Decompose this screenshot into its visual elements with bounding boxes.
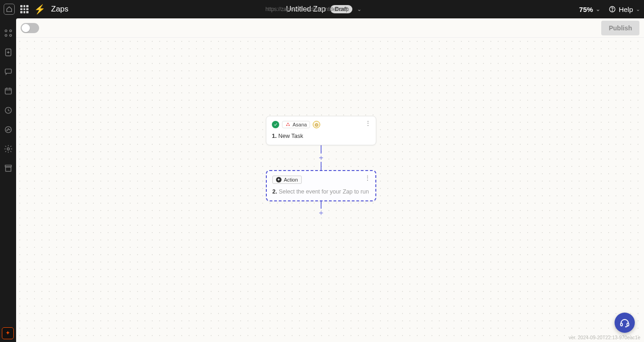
trigger-instant-badge: ⊙	[313, 121, 320, 128]
trigger-app-name: Asana	[293, 122, 307, 127]
svg-rect-12	[5, 165, 11, 166]
topbar-right: 75% ⌄ Help ⌄	[579, 6, 640, 13]
zoom-value: 75%	[579, 6, 593, 13]
add-step-button-1[interactable]: ＋	[317, 154, 325, 162]
svg-point-3	[9, 30, 11, 32]
rail-comment-icon[interactable]	[4, 67, 13, 76]
bolt-icon: ⚡	[34, 5, 46, 14]
svg-point-11	[7, 148, 9, 150]
zoom-control[interactable]: 75% ⌄	[579, 6, 600, 13]
trigger-app-chip[interactable]: Asana	[282, 121, 310, 128]
rail-archive-icon[interactable]	[4, 164, 13, 173]
action-node[interactable]: ✦ Action ⋮ 2. Select the event for your …	[266, 170, 376, 201]
svg-point-10	[5, 126, 11, 132]
action-node-menu-icon[interactable]: ⋮	[364, 175, 371, 181]
topbar-left: ⚡ Zaps	[4, 4, 69, 15]
editor-canvas[interactable]: Asana ⊙ ⋮ 1. New Task ＋	[16, 38, 644, 342]
zoom-chevron-down-icon: ⌄	[596, 6, 600, 12]
svg-rect-18	[627, 323, 629, 326]
status-complete-icon	[272, 121, 279, 128]
step1-title: New Task	[278, 133, 303, 139]
step2-placeholder: Select the event for your Zap to run	[279, 188, 369, 195]
rail-import-icon[interactable]	[4, 48, 13, 57]
zap-enable-toggle[interactable]	[21, 23, 39, 33]
connector-line	[321, 162, 322, 170]
action-node-header: ✦ Action	[272, 176, 370, 184]
support-chat-fab[interactable]	[615, 313, 635, 333]
trigger-node[interactable]: Asana ⊙ ⋮ 1. New Task	[266, 116, 376, 145]
ai-assistant-icon[interactable]	[2, 327, 14, 339]
connector-line	[321, 145, 322, 154]
bolt-mini-icon: ⊙	[315, 122, 318, 127]
action-chip-label: Action	[284, 177, 298, 182]
rail-activity-icon[interactable]	[4, 125, 13, 134]
svg-point-14	[287, 123, 288, 124]
top-bar: ⚡ Zaps https://zapier.com/editor/untitle…	[0, 0, 644, 18]
svg-rect-8	[5, 88, 11, 94]
action-plus-icon: ✦	[276, 177, 282, 182]
step1-number: 1.	[272, 133, 276, 139]
svg-point-5	[9, 34, 11, 36]
svg-point-4	[5, 34, 6, 36]
help-circle-icon	[609, 6, 616, 13]
step2-number: 2.	[272, 188, 277, 195]
trigger-node-body: 1. New Task	[272, 133, 370, 139]
breadcrumb[interactable]: Zaps	[51, 5, 69, 14]
help-menu[interactable]: Help ⌄	[609, 6, 640, 13]
svg-point-15	[286, 125, 288, 126]
svg-rect-17	[621, 323, 622, 326]
help-chevron-down-icon: ⌄	[636, 6, 640, 12]
version-label: ver. 2024-09-20T22:13-970eac1e	[569, 335, 640, 340]
home-icon[interactable]	[4, 4, 15, 15]
flow-container: Asana ⊙ ⋮ 1. New Task ＋	[266, 116, 376, 217]
svg-rect-7	[5, 69, 11, 73]
apps-grid-icon[interactable]	[20, 5, 29, 13]
title-chevron-down-icon[interactable]: ⌄	[357, 6, 362, 12]
headset-icon	[619, 317, 630, 328]
help-label: Help	[619, 6, 633, 13]
canvas-toolbar: Publish	[16, 18, 644, 38]
trigger-node-menu-icon[interactable]: ⋮	[365, 120, 371, 126]
svg-rect-13	[6, 167, 11, 171]
app-body: Publish Asana	[0, 18, 644, 342]
canvas-wrap: Publish Asana	[16, 18, 644, 342]
rail-settings-icon[interactable]	[4, 144, 13, 154]
left-rail	[0, 18, 16, 342]
rail-calendar-icon[interactable]	[4, 86, 13, 96]
svg-point-16	[288, 125, 290, 126]
trigger-node-header: Asana ⊙	[272, 121, 370, 128]
topbar-center: https://zapier.com/editor/untitled-zap U…	[69, 5, 579, 13]
svg-point-1	[612, 11, 613, 11]
rail-history-icon[interactable]	[4, 106, 13, 115]
asana-logo-icon	[285, 122, 291, 127]
rail-branches-icon[interactable]	[4, 28, 13, 38]
action-chip[interactable]: ✦ Action	[272, 176, 302, 184]
toggle-knob	[22, 24, 30, 32]
publish-button[interactable]: Publish	[601, 21, 639, 35]
add-step-button-2[interactable]: ＋	[317, 209, 325, 217]
url-ghost: https://zapier.com/editor/untitled-zap	[265, 6, 349, 12]
action-node-body: 2. Select the event for your Zap to run	[272, 188, 370, 195]
svg-point-2	[5, 30, 6, 32]
